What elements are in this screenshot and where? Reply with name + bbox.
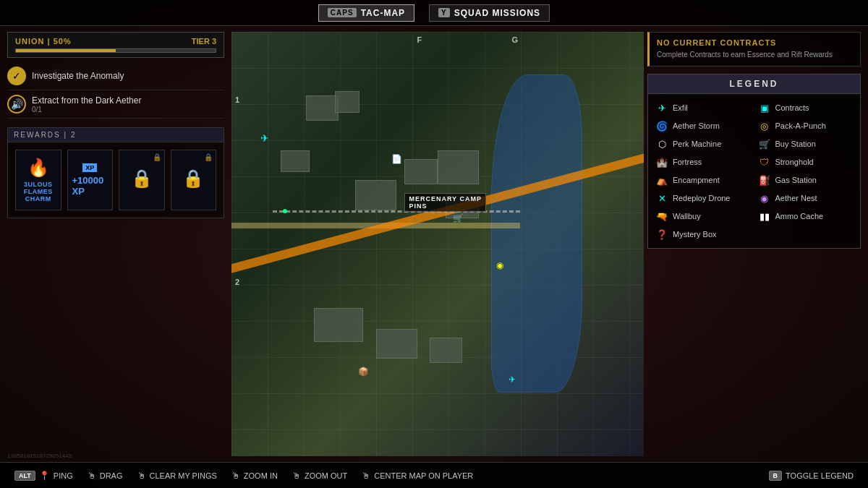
right-panel: NO CURRENT CONTRACTS Complete Contracts … xyxy=(647,32,861,249)
rewards-body: 🔥 3ULOUS FLAMES CHARM XP +10000 XP 🔒 🔒 xyxy=(8,142,224,218)
progress-bar-fill xyxy=(16,49,116,52)
map-area[interactable]: F G 1 2 MERCENARY CAMPPINS ✈ 🛒 ● 📄 ◉ 📦 ✈ xyxy=(231,32,644,456)
legend-wallbuy: 🔫 Wallbuy xyxy=(655,208,751,224)
xp-badge: XP xyxy=(82,163,97,172)
legend-stronghold: 🛡 Stronghold xyxy=(758,154,854,170)
tac-map-button[interactable]: CAPS TAC-MAP xyxy=(318,4,414,22)
caps-key: CAPS xyxy=(328,8,357,17)
legend-redeploy-drone: ✕ Redeploy Drone xyxy=(655,190,751,206)
toggle-legend-label: TOGGLE LEGEND xyxy=(786,471,854,480)
charm-label: 3ULOUS FLAMES CHARM xyxy=(20,181,56,202)
wallbuy-icon: 🔫 xyxy=(655,210,668,223)
locked-icon-2: 🔒 xyxy=(182,168,204,189)
legend-encampment: ⛺ Encampment xyxy=(655,172,751,188)
mystery-box-icon: ❓ xyxy=(655,228,668,241)
map-water xyxy=(491,74,582,393)
encampment-icon: ⛺ xyxy=(655,174,668,187)
action-toggle-legend[interactable]: B TOGGLE LEGEND xyxy=(769,471,854,481)
fortress-icon: 🏰 xyxy=(655,155,668,168)
map-icon-yellow-1: ◉ xyxy=(494,260,506,271)
map-background: F G 1 2 MERCENARY CAMPPINS ✈ 🛒 ● 📄 ◉ 📦 ✈ xyxy=(231,32,644,456)
map-icon-green-1: ● xyxy=(279,205,291,216)
map-row-2-label: 2 xyxy=(235,278,240,286)
legend-perk-machine: ⬡ Perk Machine xyxy=(655,136,751,152)
map-col-f-label: F xyxy=(417,35,423,44)
map-building-8 xyxy=(314,308,363,342)
map-grid xyxy=(231,32,644,456)
action-zoom-in: 🖱 ZOOM IN xyxy=(231,471,278,481)
reward-locked-2: 🔒 xyxy=(171,150,217,210)
squad-missions-label: SQUAD MISSIONS xyxy=(454,8,540,18)
mission-extract-text: Extract from the Dark Aether xyxy=(32,95,141,106)
map-building-1 xyxy=(306,95,339,121)
buy-station-icon: 🛒 xyxy=(758,137,771,150)
contracts-desc: Complete Contracts to earn Essence and R… xyxy=(657,50,853,60)
contracts-icon: ▣ xyxy=(758,101,771,114)
aether-nest-icon: ◉ xyxy=(758,192,771,205)
map-building-3 xyxy=(281,150,310,171)
drag-icon: 🖱 xyxy=(88,471,96,481)
redeploy-drone-label: Redeploy Drone xyxy=(673,194,731,202)
ping-label: PING xyxy=(54,471,73,480)
legend-gas-station: ⛽ Gas Station xyxy=(758,172,854,188)
mystery-box-label: Mystery Box xyxy=(673,230,717,239)
exfil-label: Exfil xyxy=(673,103,688,112)
contracts-label: Contracts xyxy=(775,103,809,112)
buy-station-label: Buy Station xyxy=(775,140,816,148)
left-panel: UNION | 50% TIER 3 ✓ Investigate the Ano… xyxy=(7,32,224,218)
legend-exfil: ✈ Exfil xyxy=(655,100,751,116)
fortress-label: Fortress xyxy=(673,158,702,166)
rewards-section: REWARDS | 2 🔥 3ULOUS FLAMES CHARM XP +10… xyxy=(7,127,224,218)
center-map-label: CENTER MAP ON PLAYER xyxy=(374,471,473,480)
pack-a-punch-icon: ◎ xyxy=(758,119,771,132)
rewards-header: REWARDS | 2 xyxy=(8,128,224,142)
map-icon-contract-1: 📄 xyxy=(391,153,402,165)
bottom-actions: ALT 📍 PING 🖱 DRAG 🖱 CLEAR MY PINGS 🖱 ZOO… xyxy=(14,471,473,481)
pack-a-punch-label: Pack-A-Punch xyxy=(775,121,826,130)
gas-station-icon: ⛽ xyxy=(758,174,771,187)
map-building-5 xyxy=(404,159,438,184)
stronghold-icon: 🛡 xyxy=(758,155,771,168)
zoom-out-icon: 🖱 xyxy=(292,471,301,481)
squad-missions-button[interactable]: Y SQUAD MISSIONS xyxy=(429,4,550,22)
exfil-icon: ✈ xyxy=(655,101,668,114)
aether-storm-icon: 🌀 xyxy=(655,119,668,132)
legend-aether-storm: 🌀 Aether Storm xyxy=(655,118,751,134)
center-map-icon: 🖱 xyxy=(362,471,370,481)
top-navigation: CAPS TAC-MAP Y SQUAD MISSIONS xyxy=(0,0,868,26)
zoom-out-label: ZOOM OUT xyxy=(305,471,347,480)
zoom-in-icon: 🖱 xyxy=(231,471,240,481)
drag-label: DRAG xyxy=(100,471,123,480)
action-drag: 🖱 DRAG xyxy=(88,471,123,481)
map-building-10 xyxy=(430,338,463,363)
legend-items: ✈ Exfil ▣ Contracts 🌀 Aether Storm ◎ Pac… xyxy=(648,94,860,248)
map-building-9 xyxy=(376,329,417,359)
legend-header: LEGEND xyxy=(648,74,860,94)
map-row-1-label: 1 xyxy=(235,95,240,104)
debug-id: 13858181528729651443 xyxy=(7,453,72,459)
progress-bar-background xyxy=(15,48,216,53)
legend-pack-a-punch: ◎ Pack-A-Punch xyxy=(758,118,854,134)
map-icon-ammo-cache: 📦 xyxy=(357,366,369,377)
perk-machine-label: Perk Machine xyxy=(673,140,721,148)
bottom-bar: ALT 📍 PING 🖱 DRAG 🖱 CLEAR MY PINGS 🖱 ZOO… xyxy=(0,462,868,488)
mission-completed-icon: ✓ xyxy=(7,67,26,85)
ammo-cache-icon: ▮▮ xyxy=(758,210,771,223)
zoom-in-label: ZOOM IN xyxy=(244,471,278,480)
tac-map-label: TAC-MAP xyxy=(361,8,405,18)
map-icon-exfil-1: ✈ xyxy=(259,132,271,144)
contracts-title: NO CURRENT CONTRACTS xyxy=(657,38,853,47)
legend-buy-station: 🛒 Buy Station xyxy=(758,136,854,152)
action-ping: ALT 📍 PING xyxy=(14,471,73,481)
legend-fortress: 🏰 Fortress xyxy=(655,154,751,170)
map-icon-buy-station: 🛒 xyxy=(453,213,464,224)
mission-investigate-text: Investigate the Anomaly xyxy=(32,71,124,81)
encampment-label: Encampment xyxy=(673,176,720,184)
legend-aether-nest: ◉ Aether Nest xyxy=(758,190,854,206)
legend-contracts: ▣ Contracts xyxy=(758,100,854,116)
legend-mystery-box: ❓ Mystery Box xyxy=(655,226,751,242)
y-key: Y xyxy=(438,8,450,17)
map-icon-exfil-2: ✈ xyxy=(506,374,518,385)
mission-investigate: ✓ Investigate the Anomaly xyxy=(7,62,224,90)
legend-ammo-cache: ▮▮ Ammo Cache xyxy=(758,208,854,224)
